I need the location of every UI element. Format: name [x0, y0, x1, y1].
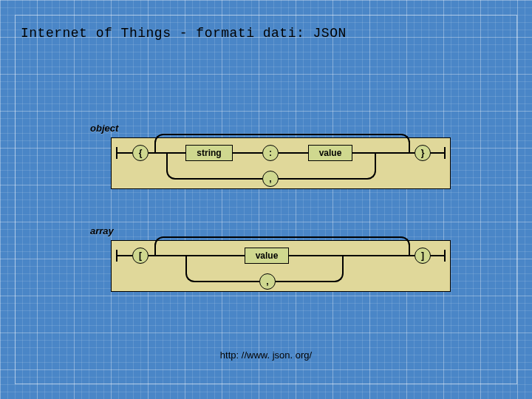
slide-title: Internet of Things - formati dati: JSON [21, 26, 347, 41]
comma-terminal-object: , [262, 171, 279, 187]
object-diagram: { string : value } , [111, 137, 451, 189]
array-caption: array [90, 225, 114, 236]
comma-terminal-array: , [259, 273, 276, 290]
object-caption: object [90, 123, 118, 134]
value-node-object: value [308, 145, 352, 161]
close-bracket-terminal: ] [415, 248, 431, 264]
colon-terminal: : [262, 145, 279, 161]
string-node: string [185, 145, 233, 161]
open-brace-terminal: { [132, 145, 149, 161]
footer-url: http: //www. json. org/ [0, 349, 532, 361]
value-node-array: value [245, 248, 289, 264]
close-brace-terminal: } [415, 145, 431, 161]
array-diagram: [ value ] , [111, 240, 451, 292]
open-bracket-terminal: [ [132, 248, 149, 264]
slide-frame [15, 15, 517, 384]
